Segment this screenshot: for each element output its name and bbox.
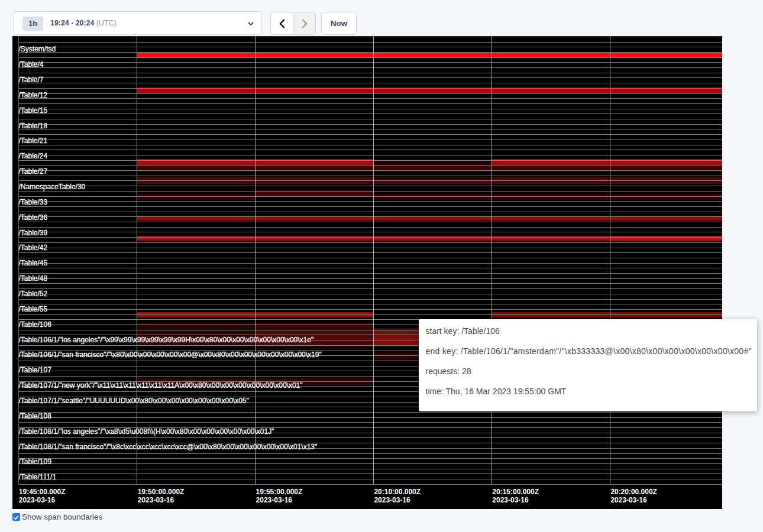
svg-text:/Table/27: /Table/27 xyxy=(19,167,48,176)
svg-text:2023-03-16: 2023-03-16 xyxy=(374,496,410,504)
svg-text:/Table/12: /Table/12 xyxy=(19,91,48,99)
svg-text:/Table/24: /Table/24 xyxy=(19,152,48,160)
svg-text:/Table/107/1/"seattle"/"UUUUUU: /Table/107/1/"seattle"/"UUUUUUD\x00\x80\… xyxy=(19,397,249,405)
svg-text:/Table/106: /Table/106 xyxy=(19,320,52,329)
svg-text:/Table/15: /Table/15 xyxy=(19,106,48,115)
svg-text:/Table/111/1: /Table/111/1 xyxy=(19,473,57,481)
svg-text:/Table/106/1/"san francisco"/": /Table/106/1/"san francisco"/"\x80\x00\x… xyxy=(19,351,322,359)
svg-text:/Table/33: /Table/33 xyxy=(19,198,48,206)
svg-text:/Table/7: /Table/7 xyxy=(19,76,44,84)
svg-text:/Table/42: /Table/42 xyxy=(19,244,48,252)
svg-text:19:50:00.000Z: 19:50:00.000Z xyxy=(138,488,185,496)
svg-text:20:10:00.000Z: 20:10:00.000Z xyxy=(374,488,421,496)
svg-text:/Table/52: /Table/52 xyxy=(19,290,48,298)
svg-text:/Table/48: /Table/48 xyxy=(19,274,48,283)
svg-text:/Table/108/1/"los angeles"/"\x: /Table/108/1/"los angeles"/"\xa8\xf5\u00… xyxy=(19,427,274,436)
svg-text:/NamespaceTable/30: /NamespaceTable/30 xyxy=(19,183,86,191)
svg-text:/Table/106/1/"los angeles"/"\x: /Table/106/1/"los angeles"/"\x99\x99\x99… xyxy=(19,336,314,344)
svg-text:/Table/18: /Table/18 xyxy=(19,122,48,130)
svg-text:2023-03-16: 2023-03-16 xyxy=(19,496,56,504)
svg-text:/Table/108: /Table/108 xyxy=(19,412,52,420)
svg-text:20:20:00.000Z: 20:20:00.000Z xyxy=(610,488,657,496)
svg-text:/Table/45: /Table/45 xyxy=(19,259,48,267)
svg-text:/Table/55: /Table/55 xyxy=(19,305,48,313)
svg-text:2023-03-16: 2023-03-16 xyxy=(138,496,174,504)
svg-text:/Table/107: /Table/107 xyxy=(19,366,52,374)
svg-text:20:15:00.000Z: 20:15:00.000Z xyxy=(492,488,539,496)
svg-text:/Table/4: /Table/4 xyxy=(19,60,44,69)
svg-text:/Table/39: /Table/39 xyxy=(19,229,48,237)
svg-text:/System/tsd: /System/tsd xyxy=(19,45,56,53)
svg-text:2023-03-16: 2023-03-16 xyxy=(610,496,647,504)
svg-text:/Table/36: /Table/36 xyxy=(19,213,48,222)
svg-text:/Table/21: /Table/21 xyxy=(19,137,48,145)
svg-text:/Table/107/1/"new york"/"\x11\: /Table/107/1/"new york"/"\x11\x11\x11\x1… xyxy=(19,381,303,390)
svg-text:2023-03-16: 2023-03-16 xyxy=(256,496,293,504)
svg-text:19:55:00.000Z: 19:55:00.000Z xyxy=(256,488,303,496)
svg-text:/Table/109: /Table/109 xyxy=(19,458,52,466)
svg-text:/Table/108/1/"san francisco"/": /Table/108/1/"san francisco"/"\x8c\xcc\x… xyxy=(19,443,318,451)
svg-text:2023-03-16: 2023-03-16 xyxy=(492,496,529,504)
svg-text:19:45:00.000Z: 19:45:00.000Z xyxy=(19,488,66,496)
